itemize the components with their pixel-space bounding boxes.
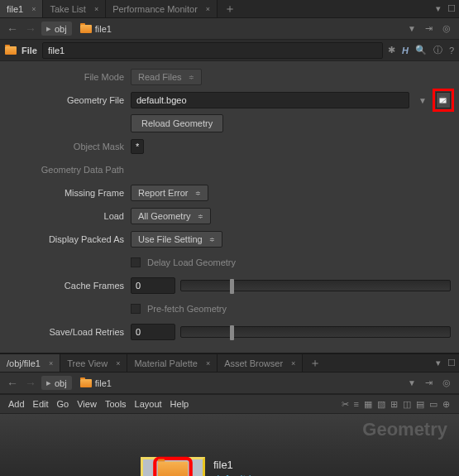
help-icon[interactable]: ? bbox=[449, 46, 454, 55]
close-icon[interactable]: × bbox=[291, 359, 295, 368]
path-obj[interactable]: ▸ obj bbox=[41, 22, 72, 36]
network-node[interactable]: file1 default.bgeo bbox=[141, 457, 273, 476]
add-tab-button[interactable]: ＋ bbox=[218, 2, 242, 17]
bottom-tabstrip: /obj/file1 × Tree View × Material Palett… bbox=[0, 354, 459, 373]
path-toolbar: ← → ▸ obj file1 ▼ ⇥ ◎ bbox=[0, 18, 459, 40]
menu-tools[interactable]: Tools bbox=[105, 399, 127, 409]
top-tabstrip: file1 × Take List × Performance Monitor … bbox=[0, 0, 459, 18]
menu-help[interactable]: Help bbox=[170, 399, 189, 409]
pane-menu-icon[interactable]: ▾ bbox=[433, 358, 444, 368]
target-icon[interactable]: ◎ bbox=[439, 377, 454, 388]
path-node[interactable]: file1 bbox=[75, 377, 117, 390]
close-icon[interactable]: × bbox=[206, 5, 210, 13]
tool-palette-icon[interactable]: ◫ bbox=[402, 399, 412, 410]
tool-tasks-icon[interactable]: ⊞ bbox=[390, 399, 399, 410]
h-icon[interactable]: H bbox=[402, 46, 409, 55]
menu-go[interactable]: Go bbox=[57, 399, 69, 409]
node-name-label: file1 bbox=[213, 459, 273, 471]
file-presets-dropdown[interactable]: ▼ bbox=[416, 96, 429, 105]
folder-icon bbox=[80, 379, 92, 387]
tool-grid-icon[interactable]: ▦ bbox=[363, 399, 373, 410]
add-tab-button[interactable]: ＋ bbox=[303, 356, 328, 371]
node-body[interactable] bbox=[141, 457, 205, 476]
forward-button[interactable]: → bbox=[23, 22, 38, 36]
tab-take-list[interactable]: Take List × bbox=[43, 0, 106, 17]
path-label: file1 bbox=[95, 24, 112, 34]
maximize-icon[interactable]: ☐ bbox=[444, 358, 459, 368]
file-browser-button[interactable] bbox=[436, 92, 451, 108]
back-button[interactable]: ← bbox=[5, 377, 20, 390]
tool-add-icon[interactable]: ⊕ bbox=[442, 399, 451, 410]
tab-label: /obj/file1 bbox=[7, 358, 41, 368]
tab-label: Asset Browser bbox=[224, 358, 283, 368]
close-icon[interactable]: × bbox=[206, 359, 210, 368]
maximize-icon[interactable]: ☐ bbox=[444, 3, 459, 14]
folder-icon bbox=[5, 46, 17, 55]
tab-label: Take List bbox=[50, 4, 85, 14]
menu-view[interactable]: View bbox=[77, 399, 97, 409]
save-retries-input[interactable] bbox=[131, 324, 175, 340]
tool-grid2-icon[interactable]: ▧ bbox=[376, 399, 386, 410]
param-label: Missing Frame bbox=[8, 188, 124, 198]
tab-label: Performance Monitor bbox=[112, 4, 198, 14]
cache-frames-slider[interactable] bbox=[180, 280, 451, 291]
node-labels: file1 default.bgeo bbox=[213, 459, 273, 476]
network-title: Geometry bbox=[362, 419, 447, 440]
tab-obj-file1[interactable]: /obj/file1 × bbox=[0, 354, 60, 372]
reload-geometry-button[interactable]: Reload Geometry bbox=[131, 114, 223, 132]
path-node[interactable]: file1 bbox=[75, 22, 117, 36]
tab-label: Material Palette bbox=[134, 358, 197, 368]
path-obj[interactable]: ▸ obj bbox=[41, 376, 72, 390]
tool-chip-icon[interactable]: ▤ bbox=[415, 399, 425, 410]
pin-icon[interactable]: ⇥ bbox=[422, 377, 436, 388]
node-title-row: File ✱ H 🔍 ⓘ ? bbox=[0, 40, 459, 61]
display-packed-dropdown[interactable]: Use File Setting≑ bbox=[131, 231, 222, 248]
pin-icon[interactable]: ⇥ bbox=[422, 23, 436, 34]
node-type-label: File bbox=[22, 46, 37, 55]
target-icon[interactable]: ◎ bbox=[439, 23, 454, 34]
svg-rect-0 bbox=[439, 98, 447, 103]
close-icon[interactable]: × bbox=[94, 5, 98, 13]
search-icon[interactable]: 🔍 bbox=[415, 45, 427, 55]
save-retries-slider[interactable] bbox=[180, 326, 451, 338]
tab-tree-view[interactable]: Tree View × bbox=[60, 354, 127, 372]
menu-add[interactable]: Add bbox=[8, 399, 25, 409]
menu-edit[interactable]: Edit bbox=[33, 399, 49, 409]
tab-asset-browser[interactable]: Asset Browser × bbox=[218, 354, 303, 372]
tool-scissors-icon[interactable]: ✂ bbox=[341, 399, 350, 410]
close-icon[interactable]: × bbox=[49, 359, 53, 368]
network-view[interactable]: Geometry file1 default.bgeo bbox=[0, 414, 459, 476]
tab-file1[interactable]: file1 × bbox=[0, 0, 43, 17]
tool-list-icon[interactable]: ≡ bbox=[353, 399, 360, 410]
param-label: Save/Load Retries bbox=[8, 327, 124, 337]
missing-frame-dropdown[interactable]: Report Error≑ bbox=[131, 185, 208, 201]
file-mode-dropdown[interactable]: Read Files≑ bbox=[131, 69, 202, 85]
menu-layout[interactable]: Layout bbox=[135, 399, 162, 409]
pane-menu-icon[interactable]: ▾ bbox=[433, 3, 444, 14]
close-icon[interactable]: × bbox=[31, 5, 36, 13]
network-menubar: Add Edit Go View Tools Layout Help ✂ ≡ ▦… bbox=[0, 394, 459, 414]
tool-gallery-icon[interactable]: ▭ bbox=[428, 399, 438, 410]
info-icon[interactable]: ⓘ bbox=[433, 44, 442, 56]
forward-button[interactable]: → bbox=[23, 377, 38, 390]
tab-label: Tree View bbox=[67, 358, 108, 368]
tab-material-palette[interactable]: Material Palette × bbox=[127, 354, 218, 372]
history-dropdown[interactable]: ▼ bbox=[405, 378, 418, 387]
checkbox-label: Delay Load Geometry bbox=[147, 257, 236, 267]
tab-performance[interactable]: Performance Monitor × bbox=[106, 0, 218, 17]
node-name-input[interactable] bbox=[42, 42, 383, 59]
delay-load-checkbox[interactable] bbox=[131, 257, 141, 267]
geometry-file-input[interactable] bbox=[131, 92, 409, 108]
title-icon-row: ✱ H 🔍 ⓘ ? bbox=[388, 44, 454, 56]
cache-frames-input[interactable] bbox=[131, 277, 175, 294]
param-label: File Mode bbox=[8, 72, 124, 82]
param-label: Cache Frames bbox=[8, 281, 124, 291]
history-dropdown[interactable]: ▼ bbox=[405, 24, 418, 33]
load-dropdown[interactable]: All Geometry≑ bbox=[131, 208, 211, 224]
folder-icon bbox=[158, 461, 188, 476]
close-icon[interactable]: × bbox=[116, 359, 120, 368]
gear-icon[interactable]: ✱ bbox=[388, 45, 395, 55]
object-mask-input[interactable]: * bbox=[131, 139, 144, 154]
back-button[interactable]: ← bbox=[5, 22, 20, 36]
prefetch-checkbox[interactable] bbox=[131, 304, 141, 314]
